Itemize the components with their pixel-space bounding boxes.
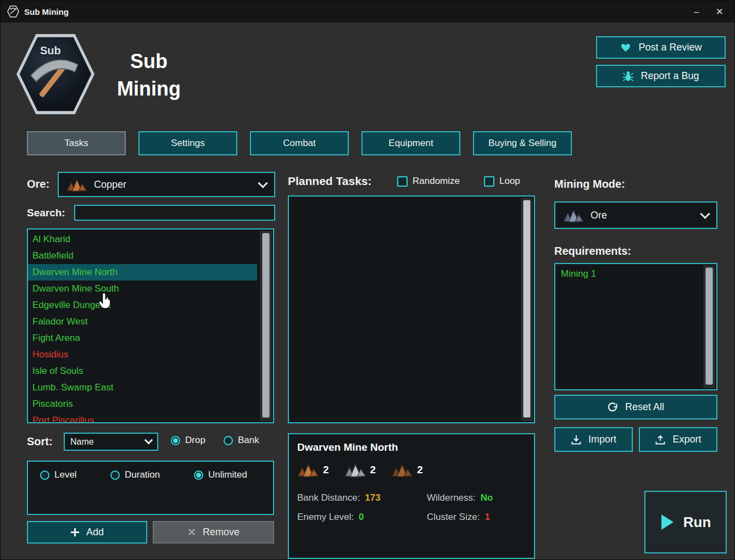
randomize-checkbox[interactable] [397, 176, 408, 187]
radio-drop[interactable] [171, 436, 180, 445]
search-input[interactable] [74, 205, 275, 221]
stat-bank-distance: Bank Distance:173 [297, 492, 427, 503]
scrollbar-thumb[interactable] [262, 233, 270, 418]
mode-radio-level[interactable]: Level [40, 469, 77, 480]
planned-tasks-scrollbar[interactable] [521, 198, 532, 421]
search-label: Search: [27, 207, 65, 219]
export-icon [655, 434, 666, 445]
reset-icon [608, 402, 619, 413]
tab-tasks-label: Tasks [64, 138, 88, 149]
run-label: Run [683, 514, 711, 531]
window-controls: – ✕ [694, 7, 728, 16]
radio-unlimited[interactable] [194, 471, 203, 480]
radio-drop-label: Drop [185, 435, 205, 446]
x-icon: ✕ [187, 526, 196, 539]
app-window: Sub Mining – ✕ Sub Sub Mining Post a Rev… [0, 0, 735, 560]
ore-select[interactable]: Copper [58, 172, 275, 197]
import-icon [571, 434, 582, 445]
sort-select[interactable]: Name [64, 433, 158, 451]
tab-combat[interactable]: Combat [250, 131, 349, 155]
tab-bar: Tasks Settings Combat Equipment Buying &… [27, 131, 572, 155]
pickaxe-icon [25, 48, 85, 108]
post-review-label: Post a Review [638, 42, 701, 53]
play-icon [660, 513, 675, 531]
randomize-label: Randomize [413, 176, 460, 187]
scrollbar-thumb[interactable] [705, 267, 713, 385]
mining-mode-select[interactable]: Ore [554, 201, 717, 229]
ore-count: 2 [370, 464, 376, 476]
location-item-selected[interactable]: Dwarven Mine North [28, 264, 257, 281]
location-item[interactable]: Battlefield [28, 248, 257, 264]
main-content: Sub Sub Mining Post a Review [1, 23, 735, 560]
requirements-label: Requirements: [554, 245, 631, 257]
titlebar: Sub Mining – ✕ [1, 1, 734, 23]
radio-duration[interactable] [110, 471, 120, 480]
task-mode-box: Level Duration Unlimited [27, 461, 274, 515]
radio-level[interactable] [40, 471, 49, 480]
ore-icon [563, 208, 584, 223]
export-label: Export [672, 434, 701, 445]
location-item[interactable]: Hosidius [28, 346, 257, 363]
detail-ores: 2 2 2 [297, 462, 423, 478]
location-item[interactable]: Port Piscarilius [28, 412, 257, 423]
tab-equipment[interactable]: Equipment [361, 131, 460, 155]
scrollbar-thumb[interactable] [523, 200, 531, 418]
requirements-list: Mining 1 [554, 263, 717, 390]
export-button[interactable]: Export [639, 427, 717, 452]
sort-radio-bank[interactable]: Bank [224, 435, 259, 446]
sort-radio-drop[interactable]: Drop [171, 435, 205, 446]
bug-icon [622, 70, 634, 82]
tab-tasks[interactable]: Tasks [27, 131, 126, 155]
iron-ore-icon [391, 462, 413, 478]
location-item[interactable]: Piscatoris [28, 396, 257, 412]
mining-mode-value: Ore [591, 210, 607, 221]
loop-checkbox[interactable] [484, 176, 494, 187]
planned-tasks-list[interactable] [288, 195, 535, 423]
post-review-button[interactable]: Post a Review [596, 36, 726, 59]
location-list-scrollbar[interactable] [260, 231, 271, 421]
import-button[interactable]: Import [554, 427, 633, 452]
report-bug-button[interactable]: Report a Bug [596, 65, 726, 87]
tab-combat-label: Combat [283, 138, 316, 149]
tab-settings[interactable]: Settings [138, 131, 237, 155]
radio-bank-label: Bank [238, 435, 259, 446]
radio-bank[interactable] [224, 436, 233, 445]
minimize-button[interactable]: – [694, 7, 699, 16]
location-item[interactable]: Edgeville Dungeon [28, 297, 257, 313]
planned-tasks-label: Planned Tasks: [288, 175, 372, 188]
app-logo: Sub [15, 32, 96, 116]
requirements-scrollbar[interactable] [704, 266, 715, 388]
location-item[interactable]: Lumb. Swamp East [28, 379, 257, 396]
heart-icon [620, 42, 632, 53]
requirement-item[interactable]: Mining 1 [555, 264, 716, 284]
randomize-checkbox-row[interactable]: Randomize [397, 176, 460, 187]
ore-group-tin: 2 [344, 462, 376, 478]
tab-buying-selling-label: Buying & Selling [488, 138, 556, 149]
location-item[interactable]: Isle of Souls [28, 363, 257, 379]
remove-button[interactable]: ✕ Remove [153, 521, 274, 544]
run-button[interactable]: Run [644, 491, 727, 553]
copper-ore-icon [297, 462, 319, 478]
mode-radio-unlimited[interactable]: Unlimited [194, 469, 247, 480]
app-title: Sub Mining [99, 48, 198, 103]
app-icon [7, 5, 19, 18]
tab-buying-selling[interactable]: Buying & Selling [473, 131, 572, 155]
location-detail-panel: Dwarven Mine North 2 2 [288, 433, 535, 559]
ore-select-value: Copper [94, 179, 126, 191]
sort-select-value: Name [70, 437, 94, 447]
location-item[interactable]: Falador West [28, 313, 257, 330]
reset-all-button[interactable]: Reset All [554, 395, 717, 419]
radio-unlimited-label: Unlimited [208, 469, 247, 480]
location-item[interactable]: Al Kharid [28, 231, 257, 248]
location-item[interactable]: Fight Arena [28, 330, 257, 346]
mode-radio-duration[interactable]: Duration [110, 469, 160, 480]
add-button[interactable]: Add [27, 521, 147, 544]
close-button[interactable]: ✕ [716, 7, 723, 16]
radio-duration-label: Duration [125, 469, 160, 480]
location-item[interactable]: Dwarven Mine South [28, 281, 257, 297]
mining-mode-label: Mining Mode: [554, 178, 625, 191]
tin-ore-icon [344, 462, 366, 478]
ore-count: 2 [417, 464, 423, 476]
detail-stats: Bank Distance:173 Wilderness:No Enemy Le… [297, 492, 528, 523]
loop-checkbox-row[interactable]: Loop [484, 176, 520, 187]
